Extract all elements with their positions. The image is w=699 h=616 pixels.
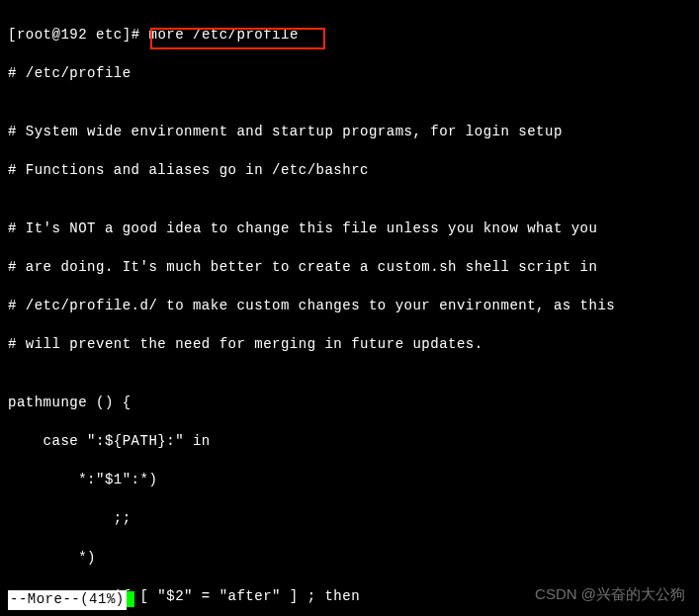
file-line: # System wide environment and startup pr… bbox=[8, 123, 691, 142]
prompt-dir: etc bbox=[96, 27, 123, 43]
more-pager-status: --More--(41%) bbox=[8, 590, 127, 610]
more-pager-status-line[interactable]: --More--(41%) bbox=[8, 590, 134, 610]
file-line: case ":${PATH}:" in bbox=[8, 432, 691, 452]
file-line: ;; bbox=[8, 509, 691, 529]
watermark-text: CSDN @兴奋的大公狗 bbox=[535, 583, 685, 604]
file-line: *) bbox=[8, 549, 691, 569]
file-line: pathmunge () { bbox=[8, 394, 691, 413]
file-line: # will prevent the need for merging in f… bbox=[8, 335, 691, 355]
file-line: # It's NOT a good idea to change this fi… bbox=[8, 220, 691, 239]
file-line: # /etc/profile bbox=[8, 64, 691, 84]
prompt-host: 192 bbox=[60, 27, 87, 43]
shell-prompt-line: [root@192 etc]# more /etc/profile bbox=[8, 26, 691, 45]
prompt-user: root bbox=[17, 27, 52, 43]
file-line: # Functions and aliases go in /etc/bashr… bbox=[8, 161, 691, 181]
file-line: *:"$1":*) bbox=[8, 471, 691, 490]
terminal-cursor bbox=[127, 591, 134, 607]
shell-command: more /etc/profile bbox=[148, 27, 298, 43]
file-line: # /etc/profile.d/ to make custom changes… bbox=[8, 297, 691, 316]
file-line: # are doing. It's much better to create … bbox=[8, 258, 691, 278]
terminal-output[interactable]: [root@192 etc]# more /etc/profile # /etc… bbox=[8, 6, 691, 616]
